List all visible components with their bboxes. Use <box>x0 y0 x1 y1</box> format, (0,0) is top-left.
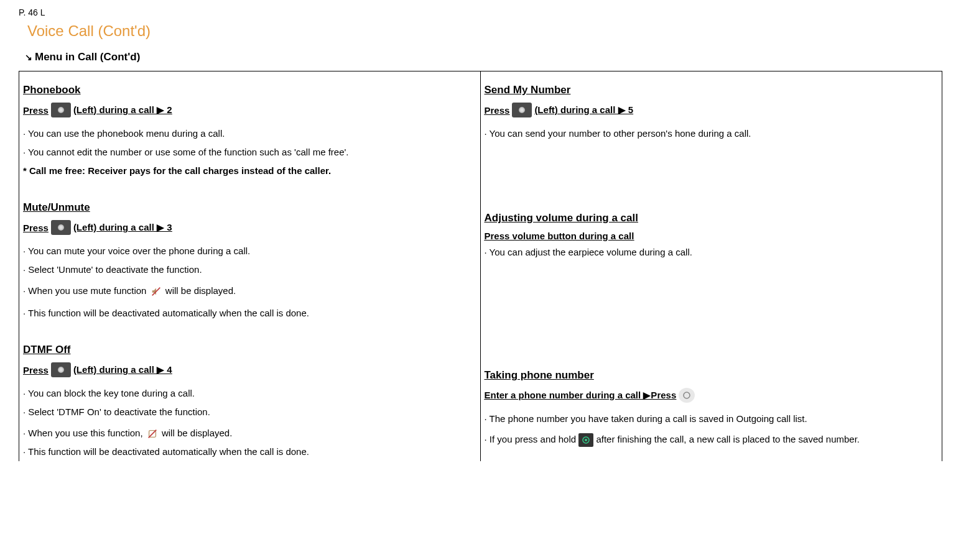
press-suffix: (Left) during a call ▶ 5 <box>534 104 633 116</box>
right-column: Send My Number Press (Left) during a cal… <box>481 71 942 461</box>
volume-line: · You can adjust the earpiece volume dur… <box>485 244 935 261</box>
subsection-title: ↘Menu in Call (Cont'd) <box>25 51 942 63</box>
dtmf-press: Press (Left) during a call ▶ 4 <box>23 362 473 377</box>
dtmf-line: · Select 'DTMF On' to deactivate the fun… <box>23 403 473 421</box>
sendnum-press: Press (Left) during a call ▶ 5 <box>485 103 935 117</box>
press-prefix: Press <box>23 223 49 233</box>
svg-point-3 <box>684 392 690 398</box>
taking-icon-prefix: · If you press and hold <box>485 434 579 444</box>
press-suffix: (Left) during a call ▶ 2 <box>73 104 172 116</box>
mute-press: Press (Left) during a call ▶ 3 <box>23 220 473 235</box>
nav-button-icon <box>51 103 71 117</box>
taking-press: Enter a phone number during a call ▶Pres… <box>485 388 935 403</box>
dtmf-icon-suffix: will be displayed. <box>162 428 232 438</box>
volume-press-text: Press volume button during a call <box>485 231 634 241</box>
phonebook-title: Phonebook <box>23 84 473 96</box>
mute-line: · Select 'Unmute' to deactivate the func… <box>23 261 473 278</box>
content-box: Phonebook Press (Left) during a call ▶ 2… <box>19 71 942 461</box>
press-prefix: Press <box>23 365 49 375</box>
press-prefix: Press <box>485 105 510 116</box>
dtmf-title: DTMF Off <box>23 344 473 356</box>
sendnum-line: · You can send your number to other pers… <box>485 125 935 142</box>
phonebook-block: Phonebook Press (Left) during a call ▶ 2… <box>23 84 473 179</box>
dtmf-off-icon <box>146 428 159 440</box>
subsection-label: Menu in Call (Cont'd) <box>35 51 140 63</box>
press-suffix: (Left) during a call ▶ 3 <box>73 222 172 233</box>
nav-button-icon <box>51 220 71 235</box>
mute-icon-suffix: will be displayed. <box>165 285 236 296</box>
nav-button-icon <box>512 103 532 117</box>
taking-line: · The phone number you have taken during… <box>485 410 935 428</box>
mute-line: · This function will be deactivated auto… <box>23 305 473 322</box>
left-column: Phonebook Press (Left) during a call ▶ 2… <box>19 71 481 461</box>
call-button-icon <box>578 433 593 447</box>
taking-title: Taking phone number <box>485 369 935 382</box>
phonebook-line: · You can use the phonebook menu during … <box>23 125 473 142</box>
taking-press-prefix: Enter a phone number during a call ▶Pres… <box>485 390 677 401</box>
phonebook-line: · You cannot edit the number or use some… <box>23 144 473 161</box>
mute-block: Mute/Unmute Press (Left) during a call ▶… <box>23 201 473 321</box>
volume-block: Adjusting volume during a call Press vol… <box>485 212 935 261</box>
mute-icon-prefix: · When you use mute function <box>23 285 149 296</box>
svg-line-2 <box>148 429 156 438</box>
dtmf-line: · You can block the key tone during a ca… <box>23 385 473 402</box>
volume-title: Adjusting volume during a call <box>485 212 935 224</box>
press-prefix: Press <box>23 105 49 116</box>
nav-button-icon <box>51 362 71 377</box>
dtmf-line: · This function will be deactivated auto… <box>23 443 473 461</box>
sendnum-block: Send My Number Press (Left) during a cal… <box>485 84 935 142</box>
sendnum-title: Send My Number <box>485 84 935 96</box>
mute-title: Mute/Unmute <box>23 201 473 214</box>
arrow-down-right-icon: ↘ <box>25 52 32 62</box>
svg-point-5 <box>585 439 587 441</box>
taking-icon-line: · If you press and hold after finishing … <box>485 431 935 448</box>
mute-voice-icon <box>149 285 163 298</box>
volume-press: Press volume button during a call <box>485 231 935 241</box>
page-header: P. 46 L <box>19 7 942 17</box>
dtmf-icon-prefix: · When you use this function, <box>23 428 146 438</box>
dtmf-icon-line: · When you use this function, will be di… <box>23 425 473 442</box>
mute-line: · You can mute your voice over the phone… <box>23 242 473 260</box>
taking-icon-suffix: after finishing the call, a new call is … <box>596 434 860 444</box>
phonebook-press: Press (Left) during a call ▶ 2 <box>23 103 473 117</box>
dtmf-block: DTMF Off Press (Left) during a call ▶ 4 … <box>23 344 473 460</box>
taking-block: Taking phone number Enter a phone number… <box>485 369 935 449</box>
mute-icon-line: · When you use mute function will be dis… <box>23 282 473 300</box>
phonebook-note: * Call me free: Receiver pays for the ca… <box>23 162 473 180</box>
center-button-icon <box>679 388 695 403</box>
section-title: Voice Call (Cont'd) <box>27 22 942 40</box>
press-suffix: (Left) during a call ▶ 4 <box>73 364 172 375</box>
